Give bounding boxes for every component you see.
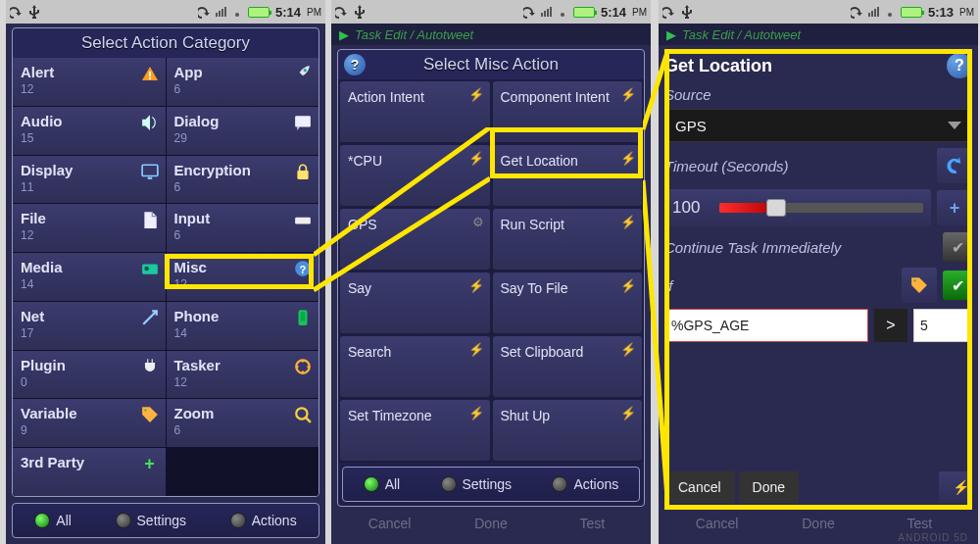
category-media[interactable]: Media14 bbox=[13, 253, 166, 301]
bolt-icon: ⚡ bbox=[468, 406, 484, 420]
action-get-location[interactable]: Get Location⚡ bbox=[493, 145, 643, 206]
category-audio[interactable]: Audio15 bbox=[13, 107, 166, 155]
action-action-intent[interactable]: Action Intent⚡ bbox=[340, 81, 490, 142]
chevron-down-icon bbox=[948, 122, 961, 129]
action-run-script[interactable]: Run Script⚡ bbox=[493, 209, 643, 270]
source-select[interactable]: GPS bbox=[664, 109, 972, 142]
wifi-icon bbox=[556, 5, 569, 19]
dialog-icon bbox=[293, 113, 313, 132]
net-icon bbox=[140, 308, 160, 327]
done-button[interactable]: Done bbox=[739, 471, 799, 503]
bolt-icon: ⚡ bbox=[620, 278, 636, 293]
gear-icon: ⚙ bbox=[472, 215, 484, 229]
action-component-intent[interactable]: Component Intent⚡ bbox=[493, 81, 643, 142]
category-display[interactable]: Display11 bbox=[13, 156, 166, 204]
category-3rd-party[interactable]: 3rd Party+ bbox=[13, 448, 166, 496]
help-button[interactable]: ? bbox=[947, 53, 972, 78]
media-icon bbox=[140, 259, 160, 278]
background-title: ▶Task Edit / Autotweet bbox=[331, 24, 651, 45]
wifi-icon bbox=[883, 5, 897, 19]
action-cpu[interactable]: *CPU⚡ bbox=[340, 145, 490, 206]
status-bar: 5:14PM bbox=[331, 0, 651, 24]
sync-icon bbox=[335, 5, 349, 19]
category-dialog[interactable]: Dialog29 bbox=[167, 107, 319, 155]
background-title: ▶Task Edit / Autotweet bbox=[659, 24, 978, 45]
misc-grid: Action Intent⚡ Component Intent⚡ *CPU⚡ G… bbox=[338, 79, 644, 463]
plus-button[interactable]: + bbox=[937, 190, 972, 225]
timeout-label: Timeout (Seconds) bbox=[664, 158, 931, 174]
category-file[interactable]: File12 bbox=[13, 204, 166, 252]
form-title: Get Location bbox=[664, 56, 947, 76]
help-button[interactable]: ? bbox=[344, 54, 366, 75]
timeout-slider[interactable]: 100 bbox=[664, 189, 931, 226]
category-plugin[interactable]: Plugin0 bbox=[13, 351, 166, 399]
category-phone[interactable]: Phone14 bbox=[167, 302, 319, 350]
slider-track[interactable] bbox=[719, 203, 923, 213]
phone-icon bbox=[293, 308, 313, 327]
phone-1: 5:14PM Select Action Category Alert12 Ap… bbox=[6, 0, 325, 544]
filter-footer: All Settings Actions bbox=[12, 503, 319, 538]
action-say-to-file[interactable]: Say To File⚡ bbox=[493, 272, 643, 333]
category-alert[interactable]: Alert12 bbox=[13, 58, 166, 106]
sync-icon bbox=[662, 5, 676, 19]
category-encryption[interactable]: Encryption6 bbox=[167, 156, 319, 204]
usb-icon bbox=[353, 5, 367, 19]
category-misc[interactable]: Misc12 bbox=[167, 253, 319, 301]
filter-footer: All Settings Actions bbox=[342, 467, 640, 502]
if-checkbox[interactable]: ✔ bbox=[943, 271, 972, 300]
action-search[interactable]: Search⚡ bbox=[340, 336, 490, 397]
bolt-icon: ⚡ bbox=[620, 406, 636, 420]
status-bar: 5:13PM bbox=[659, 0, 978, 24]
sync-icon bbox=[851, 5, 864, 19]
help-icon bbox=[293, 259, 313, 278]
category-net[interactable]: Net17 bbox=[13, 302, 166, 350]
signal-icon bbox=[541, 7, 552, 17]
category-input[interactable]: Input6 bbox=[167, 204, 319, 252]
category-grid: Alert12 App6 Audio15 Dialog29 Display11 … bbox=[13, 58, 318, 496]
clock-time: 5:13 bbox=[928, 5, 954, 20]
action-gps[interactable]: GPS⚙ bbox=[340, 209, 490, 270]
zoom-icon bbox=[293, 405, 313, 424]
form-buttons: Cancel Done ⚡ bbox=[659, 468, 978, 507]
category-variable[interactable]: Variable9 bbox=[13, 399, 166, 447]
tag-button[interactable] bbox=[902, 268, 937, 303]
action-set-clipboard[interactable]: Set Clipboard⚡ bbox=[493, 336, 643, 397]
bolt-button[interactable]: ⚡ bbox=[939, 471, 972, 503]
continue-checkbox[interactable]: ✔ bbox=[943, 232, 972, 262]
category-zoom[interactable]: Zoom6 bbox=[167, 399, 319, 447]
continue-label: Continue Task Immediately bbox=[664, 239, 937, 256]
content: ▶Task Edit / Autotweet Get Location ? So… bbox=[659, 24, 978, 544]
filter-all[interactable]: All bbox=[364, 476, 401, 492]
if-label: If bbox=[664, 277, 896, 294]
alert-icon bbox=[140, 64, 160, 83]
signal-icon bbox=[868, 7, 879, 17]
slider-thumb[interactable] bbox=[766, 199, 786, 217]
if-right-input[interactable] bbox=[913, 309, 972, 342]
bolt-icon: ⚡ bbox=[620, 342, 636, 357]
bolt-icon: ⚡ bbox=[468, 151, 484, 166]
bolt-icon: ⚡ bbox=[620, 151, 636, 166]
filter-actions[interactable]: Actions bbox=[552, 476, 618, 492]
cancel-dim: Cancel bbox=[339, 516, 440, 531]
plus-icon: + bbox=[140, 454, 160, 473]
battery-icon bbox=[248, 7, 270, 18]
if-operator-button[interactable]: > bbox=[874, 309, 907, 342]
dim-button-row: Cancel Done Test bbox=[339, 507, 643, 540]
sync-icon bbox=[10, 5, 24, 19]
action-say[interactable]: Say⚡ bbox=[340, 272, 490, 333]
if-left-input[interactable] bbox=[664, 309, 868, 342]
filter-settings[interactable]: Settings bbox=[441, 476, 513, 492]
content: ▶Task Edit / Autotweet ? Select Misc Act… bbox=[331, 24, 651, 544]
filter-all[interactable]: All bbox=[34, 513, 72, 528]
refresh-button[interactable] bbox=[937, 148, 972, 183]
phone-2: 5:14PM ▶Task Edit / Autotweet ? Select M… bbox=[331, 0, 651, 544]
sync-icon bbox=[523, 5, 537, 19]
action-shut-up[interactable]: Shut Up⚡ bbox=[493, 400, 643, 461]
cancel-button[interactable]: Cancel bbox=[664, 471, 735, 503]
tag-icon bbox=[140, 405, 160, 424]
action-set-timezone[interactable]: Set Timezone⚡ bbox=[340, 400, 490, 461]
category-tasker[interactable]: Tasker12 bbox=[167, 351, 319, 399]
filter-actions[interactable]: Actions bbox=[230, 513, 297, 528]
filter-settings[interactable]: Settings bbox=[116, 513, 187, 528]
category-app[interactable]: App6 bbox=[167, 58, 319, 106]
